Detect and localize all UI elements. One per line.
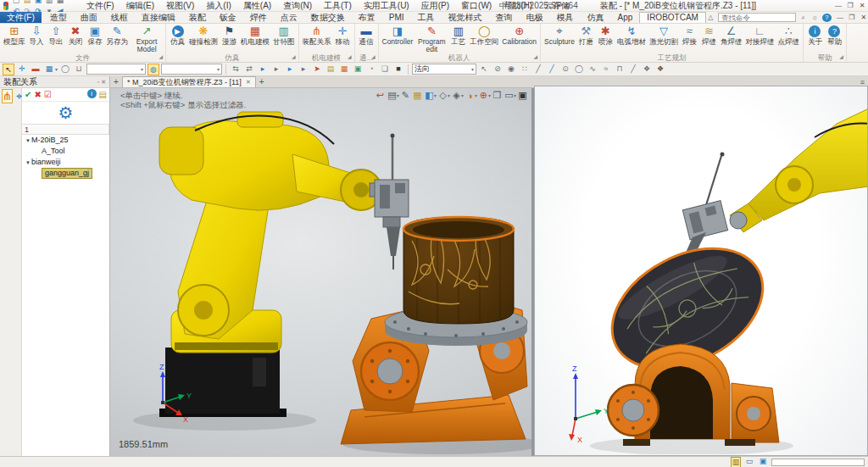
ribbon-tab-assembly[interactable]: 装配 [182,12,213,23]
ribbon-tab-surface[interactable]: 曲面 [74,12,104,23]
entity-filter-combo[interactable]: ▾ [86,64,146,75]
robot-arm[interactable] [159,112,385,417]
move-button[interactable]: ✛移动 [333,24,353,53]
collapse-ribbon-icon[interactable]: △ [706,14,715,21]
orient-dropdown-icon[interactable]: ▾ [488,92,491,98]
exit-view-icon[interactable]: ↩ [375,90,386,101]
menu-applications[interactable]: 应用(P) [415,0,455,12]
ribbon-tab-weldment[interactable]: 焊件 [243,12,274,23]
window-list-icon[interactable]: ≡ [860,78,868,86]
polishing-button[interactable]: ⚒打磨 [576,24,596,53]
step2-icon[interactable]: ▸ [270,64,282,75]
ribbon-tab-layout[interactable]: 布置 [352,12,382,23]
ribbon-group-robot-launcher-icon[interactable]: ◢ [533,53,537,61]
ribbon-tab-tools[interactable]: 工具 [411,12,442,23]
snap-mid-icon[interactable]: ⊓ [614,64,626,75]
plane-combo[interactable]: ▾ [161,64,222,75]
select-icon[interactable]: ↖ [3,64,14,75]
scene-left[interactable]: Z Y X [110,88,531,456]
menu-tools[interactable]: 工具(T) [318,0,358,12]
annotate-icon[interactable]: ✎ [400,90,411,101]
doc-restore-button[interactable]: ❐ [846,12,858,24]
menu-file[interactable]: 文件(F) [81,0,120,12]
ribbon-group-simulation-launcher-icon[interactable]: ◢ [292,53,296,61]
tree-node-bianweiji[interactable]: ▼bianweiji [22,157,109,168]
expand-arrow-icon[interactable]: ▼ [25,138,31,143]
snap-spline-icon[interactable]: ≈ [600,64,612,75]
ruler-dropdown-icon[interactable]: ▾ [514,92,516,98]
menu-inquire[interactable]: 查询(N) [277,0,318,12]
viewport-left[interactable]: Z Y X <单击中键> 继续. <Shift +鼠标右键> 显示选择过滤器. … [110,88,531,456]
step3-icon[interactable]: ▸ [284,64,296,75]
help-icon[interactable]: ? [822,14,832,22]
ribbon-tab-simulation[interactable]: 仿真 [581,12,611,23]
ribbon-tab-electrode[interactable]: 电极 [520,12,550,23]
gantt-chart-button[interactable]: ▥甘特图 [271,24,297,53]
snap-tangent-icon[interactable]: ╱ [627,64,639,75]
apply-check-icon[interactable]: ☑ [44,89,52,101]
clipboard-icon[interactable]: ❏ [379,64,391,75]
search-icon[interactable]: ⌕ [798,14,808,22]
window-icon[interactable]: ❐ [492,90,503,101]
snap-face-all-icon[interactable]: ❖ [654,64,666,75]
step4-icon[interactable]: ▸ [298,64,309,75]
package-icon[interactable]: ▦ [338,64,350,75]
simulate-button[interactable]: ▶仿真 [168,24,187,53]
menu-attributes[interactable]: 属性(A) [237,0,277,12]
close-panel-icon[interactable]: ✕ [101,79,106,86]
wireframe-cube-dropdown-icon[interactable]: ▾ [448,92,450,98]
close-button[interactable]: ✕ [856,0,868,12]
process-button[interactable]: ▥工艺 [448,24,468,53]
ribbon-tab-pmi[interactable]: PMI [382,12,411,23]
lasso-icon[interactable]: ◯ [59,64,71,75]
gear-icon[interactable]: ⚙ [58,103,74,123]
image-icon[interactable]: ▣ [352,64,364,75]
ribbon-tab-irobotcam[interactable]: IROBOTCAM [639,12,706,23]
normal-combo[interactable]: 法向▾ [412,64,476,75]
new-tab-button[interactable]: + [110,77,122,86]
align-right-icon[interactable]: ⇄ [243,64,255,75]
menu-view[interactable]: 视图(V) [160,0,200,12]
assembly-relation-tab-icon[interactable]: ⋔ [2,89,13,103]
ribbon-tab-shape[interactable]: 造型 [43,12,74,23]
snap-none-icon[interactable]: ⊘ [492,64,504,75]
ribbon-group-mechatronics-launcher-icon[interactable]: ◢ [348,53,352,61]
welding-button[interactable]: ≈焊接 [680,24,699,53]
ok-icon[interactable]: ✔ [25,89,31,101]
shaded-cube-dropdown-icon[interactable]: ▾ [434,92,437,98]
calibration-button[interactable]: ⊕Calibration [500,24,538,53]
info-icon[interactable]: i [87,89,97,98]
ribbon-group-help-launcher-icon[interactable]: ◢ [839,53,843,61]
filter-icon[interactable]: ⊔ [73,64,85,75]
menu-utilities[interactable]: 实用工具(U) [358,0,415,12]
snap-curve-icon[interactable]: ∿ [587,64,598,75]
remove-entity-icon[interactable]: ▬ [30,64,42,75]
export-model-button[interactable]: ↗Export Model [130,24,164,53]
tree-node-a-tool[interactable]: A_Tool [22,146,109,157]
ribbon-tab-app[interactable]: App [611,12,640,23]
expand-arrow-icon[interactable]: ▼ [25,160,31,165]
cancel-icon[interactable]: ✖ [34,89,41,101]
sculpture-button[interactable]: ⌖Sculpture [542,24,576,53]
doc-minimize-button[interactable]: — [834,12,846,24]
ghost-cube-dropdown-icon[interactable]: ▾ [461,92,464,98]
entity-filter-combo-dropdown-icon[interactable]: ▾ [141,66,143,72]
save-state-icon[interactable]: ▣ [758,457,768,467]
assembly-relation-button[interactable]: ⋔装配关系 [301,24,333,53]
ribbon-tab-mold[interactable]: 模具 [550,12,581,23]
add-entity-icon[interactable]: ✛ [16,64,28,75]
about-button[interactable]: i关于 [805,24,825,53]
export-button[interactable]: ⇧导出 [47,24,66,53]
ribbon-group-communication-launcher-icon[interactable]: ◢ [371,53,376,61]
appearance-icon[interactable]: ▦ [412,90,423,101]
ribbon-tab-data-exchange[interactable]: 数据交换 [304,12,352,23]
ribbon-tab-sheet-metal[interactable]: 钣金 [213,12,243,23]
align-left-icon[interactable]: ⇆ [230,64,242,75]
model-library-button[interactable]: ⊞模型库 [2,24,27,53]
normal-combo-dropdown-icon[interactable]: ▾ [471,66,474,72]
tree-node-gangguan[interactable]: gangguan_gj [22,168,109,179]
views-dropdown-icon[interactable]: ▾ [397,92,399,98]
ribbon-tab-file[interactable]: 文件(F) [0,12,42,23]
pick-box-dropdown-icon[interactable]: ▾ [55,66,58,72]
import-button[interactable]: ⇩导入 [27,24,47,53]
